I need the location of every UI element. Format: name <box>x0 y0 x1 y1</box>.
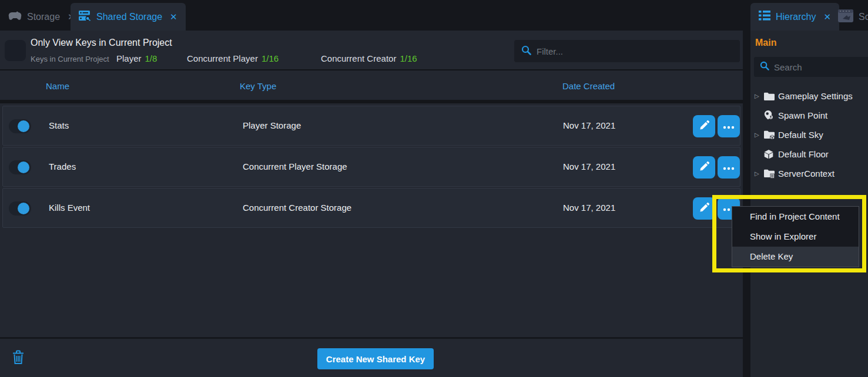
pencil-icon <box>699 120 709 133</box>
create-new-shared-key-button[interactable]: Create New Shared Key <box>317 348 434 369</box>
tree-item-label: Spawn Point <box>778 110 827 120</box>
hierarchy-search-field[interactable] <box>754 57 868 77</box>
expand-arrow-icon[interactable]: ▷ <box>755 170 764 177</box>
pencil-icon <box>699 203 709 215</box>
tree-item-spawn-point[interactable]: Spawn Point <box>750 106 868 125</box>
only-current-project-checkbox[interactable] <box>5 40 26 61</box>
gamepad-icon <box>8 11 22 23</box>
hierarchy-panel: Main ▷ Gameplay Settings Spawn Point ▷ D… <box>750 31 868 377</box>
menu-item-find-in-project-content[interactable]: Find in Project Content <box>732 207 859 227</box>
filter-field[interactable] <box>514 40 740 62</box>
column-header-key-type[interactable]: Key Type <box>240 81 276 91</box>
table-row: Stats Player Storage Nov 17, 2021 <box>2 106 740 146</box>
key-type: Concurrent Player Storage <box>243 161 347 171</box>
column-header-name[interactable]: Name <box>46 81 69 91</box>
enable-toggle[interactable] <box>9 119 31 133</box>
tree-item-default-sky[interactable]: ▷ Default Sky <box>750 125 868 144</box>
concurrent-creator-quota: Concurrent Creator1/16 <box>321 53 417 63</box>
tree-item-label: Default Sky <box>778 130 823 140</box>
key-context-menu: Find in Project Content Show in Explorer… <box>732 206 859 267</box>
expand-arrow-icon[interactable]: ▷ <box>755 93 764 99</box>
concurrent-creator-quota-value: 1/16 <box>400 53 417 63</box>
edit-key-button[interactable] <box>693 197 715 220</box>
ellipsis-icon <box>723 121 735 132</box>
folder-server-icon <box>764 169 778 179</box>
player-quota: Player1/8 <box>116 53 157 63</box>
table-row: Trades Concurrent Player Storage Nov 17,… <box>2 147 740 187</box>
expand-arrow-icon[interactable]: ▷ <box>755 132 764 138</box>
tab-label: Shared Storage <box>96 12 162 22</box>
menu-item-show-in-explorer[interactable]: Show in Explorer <box>732 227 859 247</box>
search-icon <box>521 45 531 58</box>
toggle-knob <box>18 203 29 214</box>
date-created: Nov 17, 2021 <box>563 203 615 213</box>
key-name: Trades <box>49 161 76 171</box>
tab-scene[interactable]: Sce <box>830 3 868 31</box>
menu-item-delete-key[interactable]: Delete Key <box>732 247 859 267</box>
key-type: Player Storage <box>243 120 301 130</box>
tree-item-servercontext[interactable]: ▷ ServerContext <box>750 164 868 183</box>
column-header-date-created[interactable]: Date Created <box>562 81 615 91</box>
tab-hierarchy[interactable]: Hierarchy ✕ <box>750 3 839 31</box>
enable-toggle[interactable] <box>9 160 31 174</box>
edit-key-button[interactable] <box>693 115 715 137</box>
key-name: Kills Event <box>49 203 90 213</box>
key-type: Concurrent Creator Storage <box>243 203 351 213</box>
shared-storage-icon <box>79 11 91 23</box>
tree-item-label: Default Floor <box>778 149 829 159</box>
hierarchy-icon <box>759 11 770 23</box>
table-row: Kills Event Concurrent Creator Storage N… <box>2 188 740 228</box>
tree-item-default-floor[interactable]: Default Floor <box>750 144 868 164</box>
panel-title: Only View Keys in Current Project <box>31 38 172 48</box>
folder-icon <box>764 92 778 100</box>
tab-label: Hierarchy <box>776 12 816 22</box>
delete-trash-icon[interactable] <box>12 350 24 367</box>
tab-shared-storage[interactable]: Shared Storage ✕ <box>71 3 186 31</box>
toggle-knob <box>18 120 29 132</box>
cube-icon <box>764 150 778 159</box>
close-icon[interactable]: ✕ <box>170 12 177 22</box>
hierarchy-root-label: Main <box>755 38 776 48</box>
toggle-knob <box>18 161 29 173</box>
clapperboard-icon <box>838 9 853 25</box>
folder-sky-icon <box>764 130 778 140</box>
player-quota-value: 1/8 <box>145 53 157 63</box>
shared-storage-panel: Only View Keys in Current Project Keys i… <box>0 31 743 377</box>
hierarchy-search-input[interactable] <box>774 62 866 72</box>
key-name: Stats <box>49 120 69 130</box>
search-icon <box>760 61 769 73</box>
divider <box>0 100 743 103</box>
date-created: Nov 17, 2021 <box>563 120 615 130</box>
tab-strip: Storage ✕ Shared Storage ✕ Hierarchy ✕ S… <box>0 0 868 31</box>
spawn-point-icon <box>764 110 778 120</box>
tab-label: Sce <box>859 12 868 22</box>
ellipsis-icon <box>723 162 735 173</box>
more-options-button[interactable] <box>718 115 740 137</box>
more-options-button[interactable] <box>718 156 740 179</box>
divider <box>0 337 743 339</box>
tree-item-label: Gameplay Settings <box>778 91 853 101</box>
concurrent-player-quota: Concurrent Player1/16 <box>187 53 279 63</box>
tab-label: Storage <box>27 12 60 22</box>
date-created: Nov 17, 2021 <box>563 161 615 171</box>
filter-input[interactable] <box>537 46 733 56</box>
tree-item-label: ServerContext <box>778 169 835 179</box>
divider <box>0 69 743 70</box>
edit-key-button[interactable] <box>693 156 715 179</box>
panel-divider <box>743 31 750 377</box>
concurrent-player-quota-value: 1/16 <box>262 53 279 63</box>
pencil-icon <box>699 161 709 174</box>
keys-in-project-label: Keys in Current Project <box>31 55 109 63</box>
tree-item-gameplay-settings[interactable]: ▷ Gameplay Settings <box>750 86 868 106</box>
enable-toggle[interactable] <box>9 201 31 216</box>
